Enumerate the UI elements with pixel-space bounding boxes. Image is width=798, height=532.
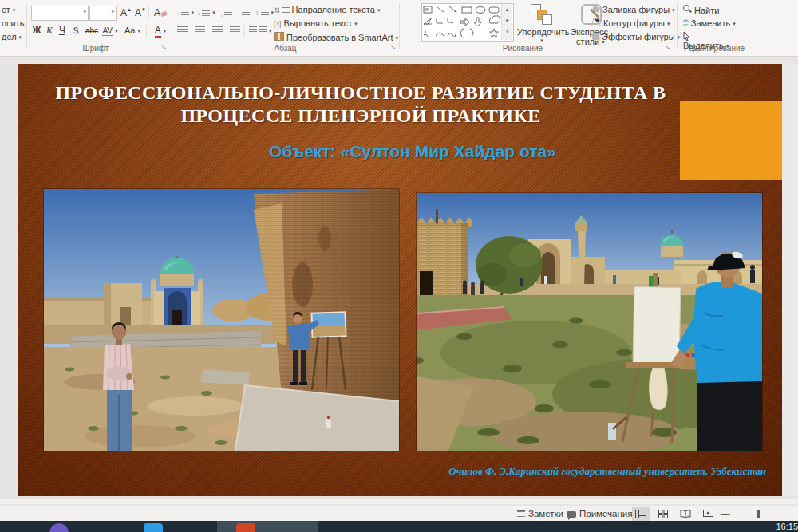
justify-button[interactable]	[230, 26, 240, 35]
taskbar-clock[interactable]: 16:15	[776, 522, 798, 531]
bold-button[interactable]: Ж	[31, 24, 42, 37]
shapes-gallery[interactable]: ▴▾⊻	[421, 3, 514, 42]
strikethrough-button[interactable]: abc	[83, 24, 101, 37]
zoom-slider-track[interactable]	[731, 514, 798, 514]
cursor-icon	[683, 32, 690, 41]
slide-subtitle[interactable]: Объект: «Султон Мир Хайдар ота»	[169, 142, 656, 161]
group-divider	[399, 3, 400, 49]
paragraph-dialog-launcher[interactable]: ↘	[390, 45, 397, 51]
taskbar-app-icon-blue[interactable]	[144, 523, 163, 532]
horizontal-scrollbar[interactable]	[0, 496, 798, 506]
font-name-combobox[interactable]	[31, 6, 89, 21]
increase-indent-button[interactable]: ˲	[238, 7, 250, 17]
clear-formatting-button[interactable]: А	[154, 7, 167, 18]
zoom-slider-handle[interactable]	[757, 510, 760, 518]
group-divider	[26, 3, 27, 49]
replace-button[interactable]: abac Заменить	[683, 18, 736, 28]
slide-title-line1: ПРОФЕССИОНАЛЬНО-ЛИЧНОСТНОЕ РАЗВИТИЕ СТУД…	[34, 81, 688, 104]
font-dialog-launcher[interactable]: ↘	[161, 45, 168, 51]
columns-button[interactable]	[249, 26, 272, 35]
arrange-icon	[531, 4, 551, 25]
text-direction-button[interactable]: ⇅ Направление текста	[274, 5, 380, 14]
decrease-indent-button[interactable]: ˱	[220, 7, 232, 17]
editing-group-label: Редактирование	[680, 44, 749, 53]
shapes-gallery-scrollbar[interactable]: ▴▾⊻	[501, 4, 512, 40]
slide-title[interactable]: ПРОФЕССИОНАЛЬНО-ЛИЧНОСТНОЕ РАЗВИТИЕ СТУД…	[34, 81, 688, 128]
align-center-button[interactable]	[195, 26, 205, 35]
replace-icon: abac	[683, 19, 689, 27]
italic-button[interactable]: К	[44, 24, 55, 37]
windows-taskbar: 16:15	[0, 521, 798, 532]
slide-sorter-view-button[interactable]	[654, 507, 672, 521]
convert-smartart-button[interactable]: Преобразовать в SmartArt	[274, 32, 398, 42]
numbering-button[interactable]: 1	[198, 7, 215, 18]
slide-title-line2: ПРОЦЕССЕ ПЛЕНЭРНОЙ ПРАКТИКЕ	[34, 104, 688, 128]
text-shadow-button[interactable]: S	[70, 24, 81, 37]
line-spacing-button[interactable]: ↕	[255, 7, 274, 17]
font-color-button[interactable]: А	[153, 24, 168, 37]
paragraph-group-label: Абзац	[172, 44, 399, 53]
reading-view-button[interactable]	[677, 507, 694, 521]
bullets-button[interactable]: ∙	[177, 7, 194, 17]
group-divider	[749, 3, 749, 49]
slideshow-icon	[703, 510, 713, 518]
shape-outline-button[interactable]: Контур фигуры	[592, 18, 670, 28]
shape-effects-button[interactable]: Эффекты фигуры	[592, 32, 680, 41]
shape-fill-button[interactable]: Заливка фигуры	[592, 5, 675, 14]
accent-rectangle-shape[interactable]	[680, 101, 782, 180]
align-left-button[interactable]	[177, 26, 188, 35]
arrange-label: Упорядочить	[517, 27, 567, 37]
vertical-scrollbar[interactable]	[783, 64, 798, 496]
normal-view-button[interactable]	[632, 507, 650, 521]
search-icon	[683, 5, 692, 14]
align-right-button[interactable]	[212, 26, 223, 35]
right-photo-painter-meadow[interactable]	[417, 193, 762, 451]
comment-icon	[567, 511, 576, 518]
comments-button[interactable]: Примечания	[567, 506, 632, 522]
reading-view-icon	[680, 510, 691, 518]
section-button[interactable]: дел	[2, 32, 22, 41]
find-button[interactable]: Найти	[683, 5, 719, 15]
zoom-out-button[interactable]: —	[721, 506, 730, 522]
notes-icon	[517, 510, 525, 518]
slide-caption[interactable]: Очилов Ф. Э.Каринский государственный ун…	[448, 465, 766, 478]
divider	[146, 25, 147, 37]
slide-sorter-icon	[658, 510, 668, 518]
underline-button[interactable]: Ч	[57, 24, 68, 37]
left-photo-plein-air-courtyard[interactable]	[44, 189, 399, 451]
normal-view-icon	[635, 510, 646, 518]
group-divider	[677, 3, 678, 49]
slideshow-view-button[interactable]	[699, 507, 717, 521]
notes-button[interactable]: Заметки	[517, 506, 563, 522]
divider	[148, 6, 149, 19]
font-group-label: Шрифт	[28, 44, 164, 53]
change-case-button[interactable]: Aa	[124, 24, 140, 37]
reset-button[interactable]: осить	[2, 18, 25, 28]
status-bar: Заметки Примечания —	[0, 506, 798, 522]
layout-button[interactable]: ет	[2, 5, 15, 14]
taskbar-app-icon-purple[interactable]	[49, 523, 69, 532]
shrink-font-button[interactable]: А▼	[135, 7, 146, 18]
taskbar-powerpoint-icon[interactable]	[236, 523, 255, 532]
ribbon: ет осить дел А▲ А▼ А Ж К Ч S abc AV Aa А…	[0, 0, 798, 57]
group-divider	[172, 3, 172, 49]
align-text-button[interactable]: [↕] Выровнять текст	[274, 18, 358, 28]
drawing-dialog-launcher[interactable]: ↘	[665, 45, 671, 51]
drawing-group-label: Рисование	[447, 44, 598, 53]
powerpoint-window: ет осить дел А▲ А▼ А Ж К Ч S abc AV Aa А…	[0, 0, 798, 532]
grow-font-button[interactable]: А▲	[120, 7, 132, 18]
font-size-combobox[interactable]	[89, 6, 117, 21]
shape-icons	[422, 4, 500, 40]
slide-canvas[interactable]: ПРОФЕССИОНАЛЬНО-ЛИЧНОСТНОЕ РАЗВИТИЕ СТУД…	[18, 64, 782, 496]
divider	[244, 26, 245, 37]
active-app-highlight	[217, 521, 318, 532]
character-spacing-button[interactable]: AV	[101, 24, 119, 37]
